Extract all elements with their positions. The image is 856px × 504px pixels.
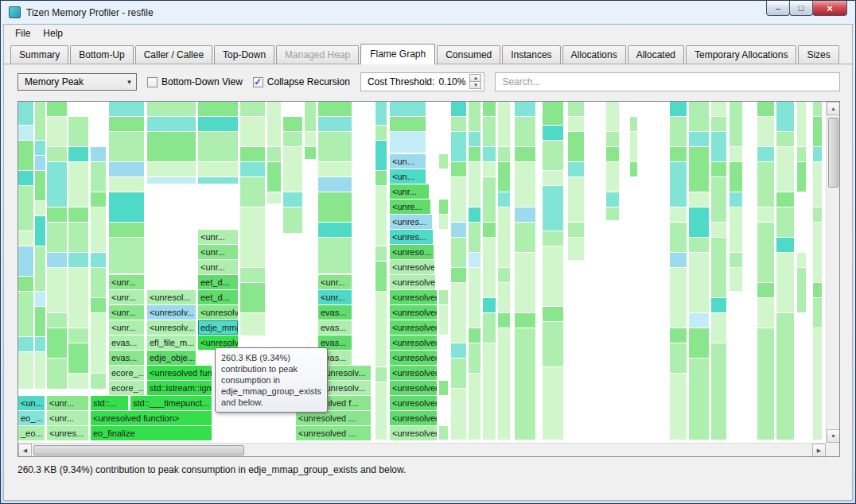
flame-segment[interactable]	[483, 162, 496, 176]
flame-segment[interactable]	[439, 290, 448, 304]
flame-segment[interactable]	[689, 132, 709, 146]
flame-segment[interactable]	[757, 328, 774, 440]
flame-segment[interactable]	[47, 268, 67, 312]
flame-segment[interactable]	[515, 162, 535, 207]
flame-segment[interactable]	[689, 192, 709, 207]
flame-segment[interactable]	[776, 147, 794, 192]
flame-segment[interactable]	[283, 117, 302, 131]
flame-segment[interactable]	[451, 359, 466, 388]
flame-segment[interactable]	[283, 192, 302, 207]
flame-segment[interactable]	[91, 313, 106, 373]
flame-segment[interactable]	[18, 292, 33, 336]
flame-segment[interactable]	[630, 162, 637, 176]
flame-segment[interactable]	[711, 343, 726, 440]
flame-segment[interactable]	[689, 328, 709, 358]
flame-segment[interactable]	[439, 381, 448, 395]
flame-segment[interactable]	[18, 352, 33, 389]
flame-segment[interactable]	[18, 141, 33, 170]
flame-segment[interactable]	[813, 117, 822, 146]
flame-segment[interactable]	[568, 162, 584, 176]
checkbox-box[interactable]	[147, 77, 158, 87]
flame-block[interactable]: <unr...	[109, 290, 144, 304]
flame-segment[interactable]	[670, 253, 687, 267]
flame-segment[interactable]	[35, 102, 45, 140]
flame-segment[interactable]	[375, 246, 387, 261]
flame-segment[interactable]	[451, 102, 466, 116]
spin-down-icon[interactable]: ▼	[469, 81, 481, 89]
flame-segment[interactable]	[515, 328, 535, 440]
flame-segment[interactable]	[606, 147, 619, 161]
flame-block[interactable]: <unre...	[390, 200, 430, 214]
flame-segment[interactable]	[498, 147, 510, 161]
flame-segment[interactable]	[451, 162, 466, 176]
flame-block[interactable]: evas...	[109, 351, 144, 365]
tab-flame-graph[interactable]: Flame Graph	[360, 44, 435, 64]
flame-block[interactable]: edje_obje...	[147, 351, 196, 365]
scroll-right-icon[interactable]: ▶	[812, 444, 826, 457]
flame-segment[interactable]	[305, 102, 316, 131]
flame-segment[interactable]	[813, 162, 822, 207]
flame-block[interactable]: <unres...	[390, 215, 432, 229]
flame-segment[interactable]	[515, 313, 535, 328]
flame-block[interactable]: <unr...	[47, 396, 88, 410]
flame-block[interactable]: <unresolved ...	[390, 320, 437, 335]
flame-block[interactable]: <unresolved f...	[390, 396, 437, 410]
flame-segment[interactable]	[813, 102, 822, 116]
flame-segment[interactable]	[439, 426, 448, 440]
flame-segment[interactable]	[568, 132, 584, 161]
tab-managed-heap[interactable]: Managed Heap	[276, 45, 359, 64]
flame-segment[interactable]	[18, 126, 33, 140]
flame-segment[interactable]	[267, 162, 281, 192]
flame-segment[interactable]	[757, 298, 774, 328]
flame-segment[interactable]	[35, 156, 45, 170]
flame-block[interactable]: <unr...	[109, 320, 144, 335]
flame-segment[interactable]	[318, 223, 352, 237]
flame-segment[interactable]	[757, 117, 774, 146]
flame-segment[interactable]	[813, 298, 822, 328]
flame-segment[interactable]	[68, 207, 88, 222]
flame-segment[interactable]	[483, 147, 496, 161]
menu-item-help[interactable]: Help	[37, 25, 69, 41]
flame-block[interactable]: <unresolved ...	[390, 305, 437, 320]
flame-segment[interactable]	[35, 352, 45, 389]
flame-segment[interactable]	[375, 292, 387, 366]
flame-segment[interactable]	[47, 223, 67, 252]
flame-segment[interactable]	[498, 192, 510, 207]
flame-segment[interactable]	[439, 154, 448, 169]
flame-segment[interactable]	[813, 147, 822, 161]
tab-consumed[interactable]: Consumed	[437, 45, 500, 64]
flame-segment[interactable]	[483, 102, 496, 116]
flame-segment[interactable]	[47, 328, 67, 358]
flame-segment[interactable]	[689, 207, 709, 237]
menu-item-file[interactable]: File	[9, 25, 37, 41]
flame-segment[interactable]	[568, 223, 584, 237]
flame-segment[interactable]	[68, 328, 88, 343]
flame-segment[interactable]	[91, 192, 106, 207]
flame-block[interactable]: <unresolved ...	[296, 426, 371, 440]
flame-block[interactable]: std::istream::ign...	[147, 381, 212, 395]
flame-block[interactable]: <unresolved f...	[198, 305, 238, 320]
flame-segment[interactable]	[35, 216, 45, 246]
flame-segment[interactable]	[240, 102, 265, 116]
flame-segment[interactable]	[689, 359, 709, 440]
cost-threshold-control[interactable]: Cost Threshold: 0.10% ▲ ▼	[360, 72, 485, 91]
flame-segment[interactable]	[109, 102, 144, 116]
flame-segment[interactable]	[91, 162, 106, 192]
flame-segment[interactable]	[689, 147, 709, 192]
flame-segment[interactable]	[483, 313, 496, 343]
flame-segment[interactable]	[318, 117, 352, 131]
flame-block[interactable]: <unr...	[318, 290, 352, 304]
flame-segment[interactable]	[469, 328, 481, 343]
flame-segment[interactable]	[91, 298, 106, 312]
flame-segment[interactable]	[711, 117, 726, 131]
search-input[interactable]	[502, 76, 833, 87]
flame-segment[interactable]	[797, 102, 806, 146]
flame-block[interactable]: edje_mmap_gr...	[198, 320, 238, 335]
flame-segment[interactable]	[318, 102, 352, 116]
flame-segment[interactable]	[18, 277, 33, 291]
flame-segment[interactable]	[240, 313, 265, 335]
flame-segment[interactable]	[240, 283, 265, 312]
flame-segment[interactable]	[47, 359, 67, 389]
flame-segment[interactable]	[240, 162, 265, 176]
flame-segment[interactable]	[515, 253, 535, 312]
